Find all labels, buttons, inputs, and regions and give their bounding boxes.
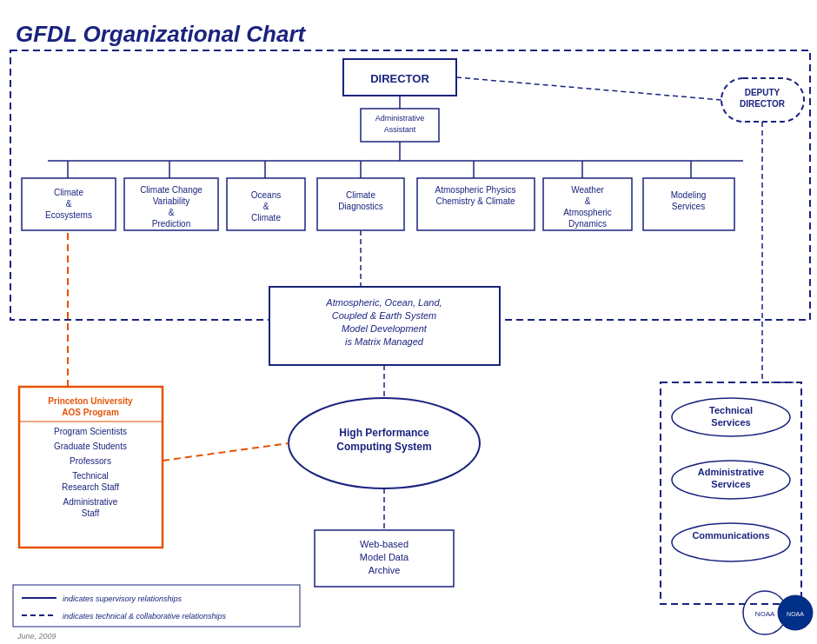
svg-text:is Matrix Managed: is Matrix Managed	[345, 336, 424, 347]
svg-text:Model Data: Model Data	[360, 552, 409, 562]
svg-text:Atmospheric: Atmospheric	[563, 208, 612, 217]
climate-ecosystems: Climate	[54, 188, 83, 197]
svg-text:Prediction: Prediction	[152, 219, 190, 229]
svg-text:&: &	[169, 208, 175, 217]
svg-text:Atmospheric, Ocean, Land,: Atmospheric, Ocean, Land,	[325, 297, 442, 308]
svg-text:NOAA: NOAA	[755, 610, 775, 618]
svg-text:Dynamics: Dynamics	[568, 219, 607, 229]
legend-solid: indicates supervisory relationships	[63, 594, 183, 603]
svg-text:Model Development: Model Development	[342, 323, 428, 334]
svg-text:Administrative: Administrative	[63, 497, 118, 507]
admin-assistant-label: Administrative	[375, 114, 425, 123]
svg-text:Services: Services	[672, 202, 705, 211]
svg-text:Technical: Technical	[72, 471, 109, 481]
svg-text:Computing System: Computing System	[336, 441, 431, 453]
svg-text:Coupled & Earth System: Coupled & Earth System	[332, 310, 436, 321]
svg-text:Ecosystems: Ecosystems	[45, 210, 92, 220]
director-label: DIRECTOR	[370, 72, 429, 85]
svg-text:Research Staff: Research Staff	[62, 482, 119, 492]
svg-text:Climate Change: Climate Change	[140, 185, 203, 195]
svg-text:Chemistry & Climate: Chemistry & Climate	[435, 196, 515, 206]
svg-text:Technical: Technical	[709, 405, 753, 415]
svg-text:&: &	[585, 196, 591, 206]
svg-text:Climate: Climate	[346, 190, 375, 200]
svg-text:AOS Program: AOS Program	[62, 408, 119, 417]
deputy-director-label: DEPUTY	[745, 88, 780, 97]
svg-text:Services: Services	[711, 479, 750, 489]
svg-text:Program Scientists: Program Scientists	[54, 427, 127, 436]
svg-text:Staff: Staff	[82, 508, 100, 518]
chart-title: GFDL Organizational Chart	[16, 21, 307, 47]
svg-text:Weather: Weather	[571, 185, 604, 195]
date-label: June, 2009	[17, 632, 56, 641]
svg-text:Diagnostics: Diagnostics	[338, 202, 383, 211]
admin-assistant-label2: Assistant	[384, 125, 416, 134]
deputy-director-label2: DIRECTOR	[740, 99, 786, 109]
svg-text:Communications: Communications	[692, 530, 769, 541]
svg-text:NOAA: NOAA	[787, 611, 804, 617]
svg-text:Modeling: Modeling	[671, 190, 707, 200]
svg-text:Services: Services	[711, 417, 750, 428]
svg-text:Graduate Students: Graduate Students	[54, 442, 127, 451]
svg-text:Princeton University: Princeton University	[48, 396, 133, 406]
svg-text:Professors: Professors	[70, 456, 111, 466]
svg-text:Climate: Climate	[251, 213, 281, 222]
svg-text:Oceans: Oceans	[251, 190, 281, 200]
svg-text:&: &	[263, 202, 269, 211]
svg-text:Administrative: Administrative	[698, 467, 764, 477]
svg-text:High Performance: High Performance	[339, 427, 429, 439]
legend-dashed: indicates technical & collaborative rela…	[63, 612, 227, 621]
svg-text:Atmospheric Physics: Atmospheric Physics	[435, 185, 516, 195]
svg-text:Web-based: Web-based	[360, 539, 408, 549]
svg-point-78	[672, 523, 790, 561]
svg-text:Variability: Variability	[153, 196, 190, 206]
svg-text:&: &	[66, 199, 72, 209]
svg-text:Archive: Archive	[369, 565, 401, 575]
